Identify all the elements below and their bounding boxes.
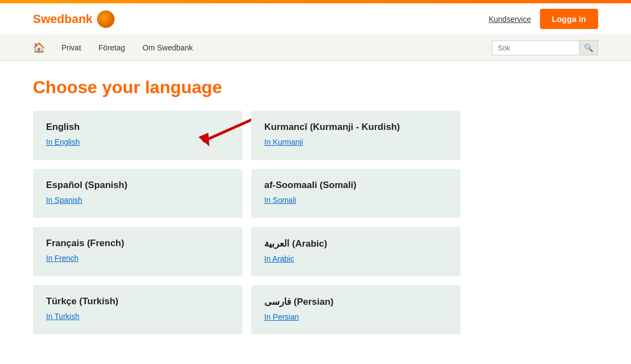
lang-card-link-3[interactable]: In Somali xyxy=(264,196,296,204)
navbar: 🏠 Privat Företag Om Swedbank 🔍 xyxy=(0,35,631,61)
lang-card-link-1[interactable]: In Kurmanji xyxy=(264,138,303,146)
lang-card-title-4: Français (French) xyxy=(46,238,229,249)
lang-card-title-7: فارسی (Persian) xyxy=(264,296,447,308)
lang-card-title-2: Español (Spanish) xyxy=(46,180,229,191)
search-input[interactable] xyxy=(492,41,579,55)
header-right: Kundservice Logga in xyxy=(488,9,598,29)
lang-card-title-5: العربية (Arabic) xyxy=(264,238,447,249)
lang-card-title-6: Türkçe (Turkish) xyxy=(46,296,229,307)
header: Swedbank Kundservice Logga in xyxy=(0,3,631,35)
language-card-5[interactable]: العربية (Arabic)In Arabic xyxy=(251,227,461,276)
home-icon[interactable]: 🏠 xyxy=(33,35,53,60)
logo-area: Swedbank xyxy=(33,10,115,28)
nav-item-om-swedbank[interactable]: Om Swedbank xyxy=(134,37,202,59)
language-card-6[interactable]: Türkçe (Turkish)In Turkish xyxy=(33,285,242,334)
lang-card-link-5[interactable]: In Arabic xyxy=(264,254,294,263)
search-button[interactable]: 🔍 xyxy=(579,40,598,55)
lang-card-title-3: af-Soomaali (Somali) xyxy=(264,180,447,191)
logo-text[interactable]: Swedbank xyxy=(33,12,93,26)
language-card-3[interactable]: af-Soomaali (Somali)In Somali xyxy=(251,169,461,218)
nav-item-foretag[interactable]: Företag xyxy=(90,37,134,59)
lang-card-link-2[interactable]: In Spanish xyxy=(46,196,82,204)
lang-card-link-6[interactable]: In Turkish xyxy=(46,312,79,321)
arrow-annotation xyxy=(193,116,259,149)
lang-card-title-1: Kurmancî (Kurmanji - Kurdish) xyxy=(264,122,447,133)
language-card-2[interactable]: Español (Spanish)In Spanish xyxy=(33,169,242,218)
logga-in-button[interactable]: Logga in xyxy=(540,9,599,29)
language-card-7[interactable]: فارسی (Persian)In Persian xyxy=(251,285,461,334)
main-content: Choose your language EnglishIn EnglishKu… xyxy=(0,61,631,356)
language-card-4[interactable]: Français (French)In French xyxy=(33,227,242,276)
lang-card-link-4[interactable]: In French xyxy=(46,254,78,263)
page-title: Choose your language xyxy=(33,77,598,98)
lang-card-link-0[interactable]: In English xyxy=(46,138,79,146)
svg-marker-1 xyxy=(198,133,209,146)
lang-card-link-7[interactable]: In Persian xyxy=(264,312,299,321)
language-grid: EnglishIn EnglishKurmancî (Kurmanji - Ku… xyxy=(33,111,461,334)
nav-item-privat[interactable]: Privat xyxy=(53,37,90,59)
language-card-1[interactable]: Kurmancî (Kurmanji - Kurdish)In Kurmanji xyxy=(251,111,461,160)
nav-search: 🔍 xyxy=(492,40,598,55)
language-card-0[interactable]: EnglishIn English xyxy=(33,111,242,160)
kundservice-link[interactable]: Kundservice xyxy=(488,15,531,24)
logo-globe-icon xyxy=(97,10,115,28)
lang-card-title-0: English xyxy=(46,122,229,133)
